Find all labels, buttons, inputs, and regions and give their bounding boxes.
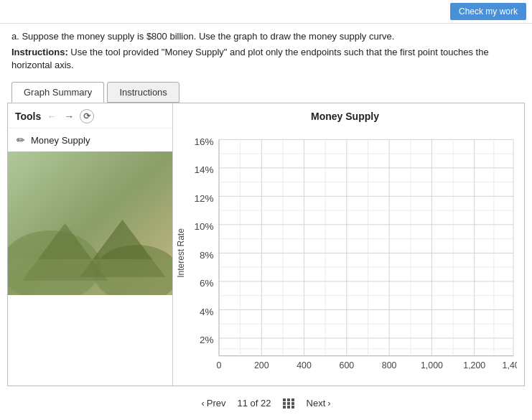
chevron-right-icon: › — [327, 398, 330, 409]
money-supply-tool[interactable]: ✏ Money Supply — [8, 129, 172, 151]
pagination-row: ‹ Prev 11 of 22 Next › — [0, 392, 532, 411]
y-axis-label: Interest Rate — [173, 128, 189, 378]
sidebar-image — [8, 151, 172, 295]
graph-title: Money Supply — [311, 111, 379, 122]
next-button[interactable]: Next › — [307, 398, 331, 409]
tabs-row: Graph Summary Instructions — [0, 76, 532, 103]
prev-label: Prev — [207, 398, 226, 409]
svg-text:1,000: 1,000 — [421, 360, 443, 370]
grid-view-icon[interactable] — [283, 398, 295, 409]
reset-icon: ⟳ — [83, 111, 90, 121]
tools-header: Tools ← → ⟳ — [8, 103, 172, 129]
page-current: 11 — [237, 398, 247, 409]
svg-rect-5 — [8, 259, 172, 295]
tab-graph-summary[interactable]: Graph Summary — [11, 82, 104, 103]
question-area: a. Suppose the money supply is $800 bill… — [0, 24, 532, 76]
pagination-count: 11 of 22 — [237, 398, 271, 409]
check-my-work-button[interactable]: Check my work — [450, 3, 526, 20]
money-supply-tool-label: Money Supply — [31, 135, 90, 146]
svg-text:0: 0 — [217, 360, 222, 370]
tools-forward-button[interactable]: → — [62, 111, 75, 122]
chevron-left-icon: ‹ — [201, 398, 204, 409]
graph-area: Money Supply Interest Rate 16% 14% 12% 1… — [173, 103, 524, 386]
pencil-icon: ✏ — [17, 134, 25, 146]
page-of: of — [251, 398, 261, 409]
next-label: Next — [307, 398, 326, 409]
main-panel: Tools ← → ⟳ ✏ Money Supply — [7, 103, 525, 386]
tools-reset-button[interactable]: ⟳ — [80, 109, 94, 123]
chart-container: Interest Rate 16% 14% 12% 10% 8% 6% 4% 2… — [173, 128, 517, 378]
svg-text:6%: 6% — [200, 279, 214, 289]
svg-text:10%: 10% — [194, 222, 213, 233]
tools-back-button[interactable]: ← — [45, 111, 58, 122]
svg-text:800: 800 — [382, 360, 397, 370]
chart-inner: 16% 14% 12% 10% 8% 6% 4% 2% — [189, 128, 517, 378]
tools-label: Tools — [15, 111, 41, 122]
svg-text:8%: 8% — [200, 250, 214, 261]
svg-text:14%: 14% — [194, 165, 213, 176]
question-main-text: a. Suppose the money supply is $800 bill… — [11, 31, 521, 42]
svg-text:4%: 4% — [200, 307, 214, 317]
chart-svg-wrap[interactable]: 16% 14% 12% 10% 8% 6% 4% 2% — [189, 128, 517, 378]
top-bar: Check my work — [0, 0, 532, 24]
prev-button[interactable]: ‹ Prev — [201, 398, 225, 409]
instructions-body: Use the tool provided "Money Supply" and… — [11, 47, 489, 70]
svg-text:600: 600 — [340, 360, 355, 370]
chart-svg[interactable]: 16% 14% 12% 10% 8% 6% 4% 2% — [189, 128, 517, 378]
instructions-text: Instructions: Use the tool provided "Mon… — [11, 46, 521, 72]
page-total: 22 — [261, 398, 271, 409]
svg-text:1,200: 1,200 — [463, 360, 485, 370]
svg-text:200: 200 — [254, 360, 269, 370]
svg-text:2%: 2% — [200, 335, 214, 346]
instructions-label: Instructions: — [11, 47, 68, 57]
sidebar: Tools ← → ⟳ ✏ Money Supply — [8, 103, 173, 386]
svg-text:400: 400 — [297, 360, 312, 370]
svg-text:16%: 16% — [194, 136, 213, 147]
svg-text:12%: 12% — [194, 193, 213, 204]
svg-text:1,400: 1,400 — [503, 360, 517, 370]
tab-instructions[interactable]: Instructions — [107, 82, 179, 103]
